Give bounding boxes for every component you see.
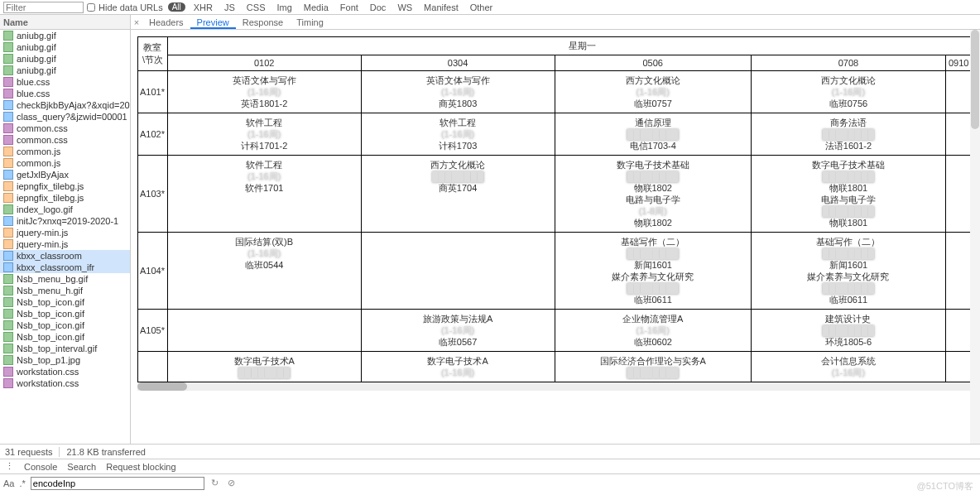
request-item[interactable]: Nsb_menu_h.gif <box>0 285 130 296</box>
type-tag-other[interactable]: Other <box>467 2 497 12</box>
file-name: index_logo.gif <box>17 204 73 214</box>
request-item[interactable]: aniubg.gif <box>0 41 130 53</box>
request-item[interactable]: iepngfix_tilebg.js <box>0 180 130 192</box>
schedule-cell: 会计信息系统(1-16周) <box>751 352 945 382</box>
filter-input[interactable] <box>3 2 84 13</box>
request-item[interactable]: common.js <box>0 157 130 169</box>
cell-line: (1-16周) <box>363 367 553 378</box>
request-item[interactable]: jquery-min.js <box>0 227 130 238</box>
cell-line: (1-16周) <box>363 86 553 98</box>
request-item[interactable]: checkBjkbByAjax?&xqid=20... <box>0 99 130 111</box>
horizontal-scrollbar[interactable] <box>137 382 973 391</box>
type-tag-img[interactable]: Img <box>273 2 295 12</box>
scroll-thumb[interactable] <box>137 382 187 391</box>
file-name: blue.css <box>17 77 50 87</box>
request-item[interactable]: kbxx_classroom <box>0 250 130 262</box>
file-icon <box>3 274 13 284</box>
schedule-cell <box>945 113 971 156</box>
schedule-cell <box>167 310 361 352</box>
request-item[interactable]: workstation.css <box>0 366 130 377</box>
cell-line: 新闻1601 <box>753 259 944 271</box>
request-item[interactable]: common.js <box>0 146 130 157</box>
close-preview-icon[interactable]: × <box>131 17 142 27</box>
clear-icon[interactable]: ⊘ <box>226 478 238 489</box>
tab-timing[interactable]: Timing <box>290 15 330 29</box>
schedule-cell <box>945 71 971 113</box>
type-tag-media[interactable]: Media <box>300 2 332 12</box>
request-item[interactable]: getJxlByAjax <box>0 169 130 180</box>
drawer-menu-icon[interactable]: ⋮ <box>5 461 14 472</box>
cell-line: ████████ <box>753 205 944 217</box>
type-tag-font[interactable]: Font <box>337 2 362 12</box>
tab-preview[interactable]: Preview <box>190 15 236 29</box>
request-item[interactable]: Nsb_menu_bg.gif <box>0 273 130 285</box>
request-item[interactable]: aniubg.gif <box>0 65 130 76</box>
file-icon <box>3 31 13 41</box>
preview-content[interactable]: 教室\节次 星期一 0102 0304 0506 0708 0910 1112 … <box>131 30 980 444</box>
type-tag-doc[interactable]: Doc <box>367 2 390 12</box>
request-item[interactable]: kbxx_classroom_ifr <box>0 262 130 273</box>
cell-line: 国际结算(双)B <box>170 236 359 248</box>
request-item[interactable]: jquery-min.js <box>0 238 130 250</box>
tab-response[interactable]: Response <box>236 15 291 29</box>
request-item[interactable]: Nsb_top_icon.gif <box>0 331 130 343</box>
file-name: Nsb_top_p1.jpg <box>17 355 80 365</box>
schedule-cell: 国际结算(双)B(1-16周)临班0544 <box>167 233 361 310</box>
cell-line: (1-16周) <box>557 324 749 336</box>
request-item[interactable]: Nsb_top_p1.jpg <box>0 354 130 366</box>
request-item[interactable]: Nsb_top_interval.gif <box>0 343 130 354</box>
type-tag-xhr[interactable]: XHR <box>190 2 216 12</box>
request-item[interactable]: common.css <box>0 123 130 134</box>
file-icon <box>3 309 13 319</box>
drawer-search[interactable]: Search <box>67 462 96 472</box>
request-item[interactable]: class_query?&jzwid=00001 <box>0 111 130 123</box>
schedule-cell: 英语文体与写作(1-16周)商英1803 <box>361 71 555 113</box>
file-name: common.js <box>17 147 60 156</box>
file-name: blue.css <box>17 89 50 99</box>
regex-toggle[interactable]: .* <box>19 478 25 488</box>
file-icon <box>3 239 13 249</box>
file-icon <box>3 77 13 87</box>
cell-line: (1-16周) <box>170 248 359 259</box>
type-tag-ws[interactable]: WS <box>394 2 416 12</box>
drawer-console[interactable]: Console <box>24 462 57 472</box>
type-tag-manifest[interactable]: Manifest <box>420 2 462 12</box>
request-item[interactable]: blue.css <box>0 88 130 99</box>
file-icon <box>3 65 13 75</box>
cell-line: (1-16周) <box>363 324 553 336</box>
request-item[interactable]: common.css <box>0 134 130 146</box>
type-tag-all[interactable]: All <box>168 2 185 12</box>
request-item[interactable]: index_logo.gif <box>0 204 130 215</box>
refresh-icon[interactable]: ↻ <box>209 478 221 489</box>
transferred-size: 21.8 KB transferred <box>66 447 151 457</box>
request-item[interactable]: aniubg.gif <box>0 30 130 41</box>
vertical-scrollbar[interactable] <box>970 30 980 444</box>
cell-line: 临班0757 <box>557 98 749 109</box>
request-item[interactable]: initJc?xnxq=2019-2020-1 <box>0 215 130 227</box>
v-scroll-thumb[interactable] <box>971 30 979 129</box>
side-header: Name <box>0 15 131 29</box>
file-name: aniubg.gif <box>17 54 56 64</box>
hide-data-urls-checkbox[interactable] <box>87 3 95 12</box>
tab-headers[interactable]: Headers <box>142 15 190 29</box>
type-tag-js[interactable]: JS <box>221 2 238 12</box>
search-input[interactable] <box>31 477 204 490</box>
cell-line: 英语文体与写作 <box>170 74 359 86</box>
request-list[interactable]: aniubg.gifaniubg.gifaniubg.gifaniubg.gif… <box>0 30 131 444</box>
cell-line: ████████ <box>557 282 749 294</box>
request-item[interactable]: blue.css <box>0 76 130 88</box>
type-tag-css[interactable]: CSS <box>243 2 269 12</box>
request-item[interactable]: Nsb_top_icon.gif <box>0 320 130 331</box>
cell-line: 物联1802 <box>557 182 749 194</box>
schedule-table: 教室\节次 星期一 0102 0304 0506 0708 0910 1112 … <box>137 36 980 382</box>
cell-line: 临班0756 <box>753 98 944 109</box>
drawer-request-blocking[interactable]: Request blocking <box>106 462 175 472</box>
request-item[interactable]: iepngfix_tilebg.js <box>0 192 130 204</box>
request-item[interactable]: Nsb_top_icon.gif <box>0 296 130 308</box>
request-item[interactable]: workstation.css <box>0 377 130 389</box>
schedule-cell: 西方文化概论████████商英1704 <box>361 156 555 233</box>
cell-line: ████████ <box>557 171 749 182</box>
request-item[interactable]: Nsb_top_icon.gif <box>0 308 130 320</box>
case-toggle[interactable]: Aa <box>3 478 14 488</box>
request-item[interactable]: aniubg.gif <box>0 53 130 65</box>
